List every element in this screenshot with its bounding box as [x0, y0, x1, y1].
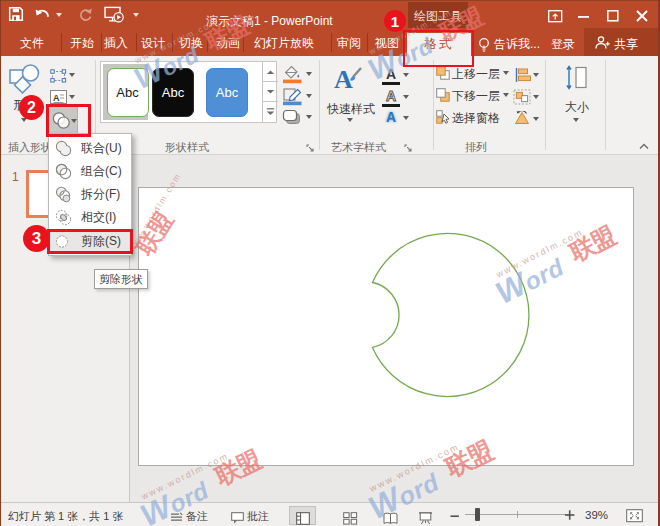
gallery-up-icon[interactable]	[263, 62, 278, 82]
zoom-slider-tick	[517, 511, 518, 518]
tab-separator	[101, 33, 102, 52]
undo-icon[interactable]	[33, 7, 53, 22]
bring-forward-icon	[436, 66, 450, 84]
text-outline-dropdown-icon[interactable]	[403, 95, 409, 99]
lightbulb-icon	[477, 37, 491, 57]
tab-separator	[367, 33, 368, 52]
notes-button[interactable]: 备注	[186, 509, 208, 524]
align-icon[interactable]	[515, 68, 531, 86]
rotate-dropdown-icon[interactable]	[533, 117, 539, 121]
insert-shapes-group-label: 插入形状	[8, 140, 52, 155]
text-outline-icon[interactable]: A	[382, 89, 400, 107]
style-preview-2[interactable]: Abc	[152, 68, 194, 117]
tab-home[interactable]: 开始	[70, 35, 94, 52]
send-backward-button[interactable]: 下移一层	[452, 88, 500, 105]
text-effects-icon[interactable]: A	[382, 110, 400, 124]
tab-file[interactable]: 文件	[20, 35, 44, 52]
tab-separator	[172, 33, 173, 52]
quick-styles-icon[interactable]: A	[334, 64, 364, 99]
quick-styles-label[interactable]: 快速样式	[327, 101, 375, 118]
selection-pane-button[interactable]: 选择窗格	[452, 110, 500, 127]
tab-separator	[136, 33, 137, 52]
close-icon[interactable]	[635, 9, 649, 23]
bring-forward-button[interactable]: 上移一层	[452, 66, 500, 83]
group-icon[interactable]	[513, 89, 531, 109]
slide-thumbnail-number: 1	[12, 170, 19, 184]
text-fill-icon[interactable]: A	[382, 67, 400, 85]
tab-animations[interactable]: 动画	[216, 35, 240, 52]
tab-view[interactable]: 视图	[375, 35, 399, 52]
shape-outline-icon[interactable]	[282, 87, 303, 110]
tab-separator	[207, 33, 208, 52]
start-slideshow-icon[interactable]	[104, 6, 125, 23]
group-dropdown-icon[interactable]	[533, 95, 539, 99]
zoom-slider-handle[interactable]	[475, 508, 480, 521]
collapse-ribbon-icon[interactable]	[638, 137, 650, 155]
subtract-preview-shape	[139, 188, 633, 465]
size-dropdown-icon[interactable]	[573, 118, 579, 122]
shape-effects-icon[interactable]	[282, 108, 303, 131]
save-icon[interactable]	[8, 6, 24, 22]
style-preview-3[interactable]: Abc	[206, 68, 248, 117]
window-border-top	[0, 0, 660, 1]
edit-shape-dropdown-icon[interactable]	[69, 73, 75, 77]
gallery-down-icon[interactable]	[263, 82, 278, 102]
menu-item-fragment[interactable]: 拆分(F)	[50, 183, 130, 206]
tab-insert[interactable]: 插入	[104, 35, 128, 52]
size-button-label[interactable]: 大小	[565, 99, 589, 116]
slide-sorter-view-icon[interactable]	[343, 511, 358, 526]
minimize-icon[interactable]	[578, 16, 590, 19]
shape-fill-icon[interactable]	[282, 65, 303, 88]
text-box-dropdown-icon[interactable]	[69, 95, 75, 99]
tab-slideshow[interactable]: 幻灯片放映	[254, 35, 314, 52]
qat-customize-icon[interactable]	[133, 13, 139, 17]
rotate-icon[interactable]	[514, 111, 530, 129]
bring-forward-dropdown-icon[interactable]	[503, 71, 509, 75]
sign-in-link[interactable]: 登录	[551, 36, 575, 53]
slide-counter: 幻灯片 第 1 张，共 1 张	[8, 509, 124, 524]
text-fill-dropdown-icon[interactable]	[403, 73, 409, 77]
selection-pane-icon	[436, 110, 450, 128]
share-person-icon	[594, 35, 611, 54]
align-dropdown-icon[interactable]	[533, 73, 539, 77]
menu-item-combine[interactable]: 组合(C)	[50, 160, 130, 183]
shape-effects-dropdown-icon[interactable]	[306, 115, 312, 119]
shapes-gallery-icon[interactable]	[9, 64, 41, 98]
menu-item-intersect[interactable]: 相交(I)	[50, 206, 130, 229]
slide-canvas[interactable]	[138, 187, 634, 466]
group-separator	[605, 60, 606, 150]
notes-icon	[170, 510, 183, 526]
maximize-icon[interactable]	[607, 10, 619, 22]
zoom-in-icon[interactable]	[564, 508, 576, 526]
tab-review[interactable]: 审阅	[337, 35, 361, 52]
zoom-level[interactable]: 39%	[585, 509, 608, 521]
svg-text:A: A	[334, 65, 353, 94]
quick-styles-dropdown-icon[interactable]	[347, 118, 353, 122]
slideshow-view-icon[interactable]	[418, 511, 433, 526]
zoom-out-icon[interactable]	[450, 509, 460, 525]
tab-design[interactable]: 设计	[141, 35, 165, 52]
tell-me-box[interactable]: 告诉我...	[494, 36, 540, 53]
edit-shape-icon[interactable]	[49, 67, 68, 88]
ribbon-display-options-icon[interactable]	[548, 10, 563, 23]
comments-icon	[231, 510, 244, 526]
gallery-scrollbar	[262, 62, 278, 122]
undo-dropdown-icon[interactable]	[56, 13, 62, 17]
shape-fill-dropdown-icon[interactable]	[306, 72, 312, 76]
style-preview-1[interactable]: Abc	[107, 68, 149, 117]
send-backward-dropdown-icon[interactable]	[503, 93, 509, 97]
contextual-tab-group-label: 绘图工具	[414, 8, 462, 25]
menu-item-union[interactable]: 联合(U)	[50, 137, 130, 160]
annotation-step-3: 3	[23, 225, 50, 252]
comments-button[interactable]: 批注	[247, 509, 269, 524]
text-effects-dropdown-icon[interactable]	[403, 116, 409, 120]
share-label: 共享	[614, 36, 638, 53]
gallery-more-icon[interactable]	[263, 102, 278, 122]
reading-view-icon[interactable]	[383, 511, 398, 526]
intersect-icon	[55, 209, 72, 226]
annotation-step-2: 2	[19, 95, 44, 120]
tab-transitions[interactable]: 切换	[179, 35, 203, 52]
shape-outline-dropdown-icon[interactable]	[306, 94, 312, 98]
size-icon[interactable]	[565, 64, 590, 95]
fit-to-window-icon[interactable]	[626, 508, 643, 526]
